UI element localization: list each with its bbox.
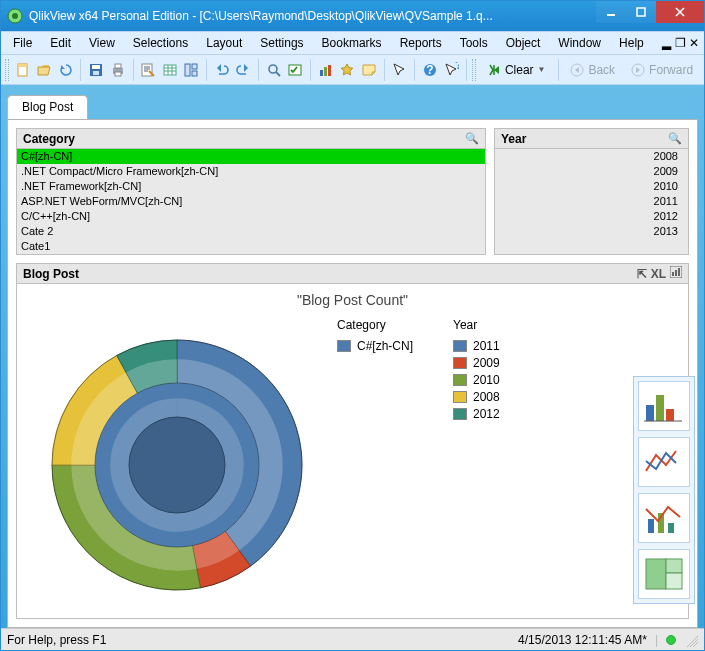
search-icon[interactable]: 🔍 bbox=[668, 132, 682, 145]
sheet-tab-blog-post[interactable]: Blog Post bbox=[7, 95, 88, 119]
svg-text:?: ? bbox=[426, 63, 433, 77]
maximize-button[interactable] bbox=[626, 1, 656, 23]
mdi-restore-button[interactable]: ❐ bbox=[674, 37, 686, 49]
context-help-button[interactable]: ? bbox=[442, 59, 462, 81]
notes-button[interactable] bbox=[359, 59, 379, 81]
mdi-close-button[interactable]: ✕ bbox=[688, 37, 700, 49]
fast-change-icon[interactable] bbox=[670, 266, 682, 281]
menu-settings[interactable]: Settings bbox=[252, 33, 311, 53]
list-item[interactable]: 2011 bbox=[495, 194, 688, 209]
toolbar-grip-icon[interactable] bbox=[472, 59, 476, 81]
bar-chart-button[interactable] bbox=[638, 381, 690, 431]
menu-reports[interactable]: Reports bbox=[392, 33, 450, 53]
sheet-tab-row: Blog Post bbox=[7, 93, 698, 119]
combo-chart-button[interactable] bbox=[638, 493, 690, 543]
legend-item[interactable]: 2012 bbox=[453, 406, 500, 422]
listbox-header[interactable]: Category 🔍 bbox=[17, 129, 485, 149]
menu-layout[interactable]: Layout bbox=[198, 33, 250, 53]
detach-icon[interactable]: ⇱ bbox=[637, 267, 647, 281]
svg-rect-24 bbox=[328, 65, 331, 76]
resize-grip-icon[interactable] bbox=[684, 633, 698, 647]
chart-wizard-palette[interactable] bbox=[633, 376, 695, 604]
status-help-text: For Help, press F1 bbox=[7, 633, 106, 647]
listbox-category[interactable]: Category 🔍 C#[zh-CN] .NET Compact/Micro … bbox=[16, 128, 486, 255]
svg-rect-12 bbox=[115, 64, 121, 68]
chart-header[interactable]: Blog Post ⇱ XL bbox=[17, 264, 688, 284]
legend-item[interactable]: 2008 bbox=[453, 389, 500, 405]
menu-help[interactable]: Help bbox=[611, 33, 652, 53]
menu-file[interactable]: File bbox=[5, 33, 40, 53]
help-button[interactable]: ? bbox=[420, 59, 440, 81]
list-item[interactable]: .NET Framework[zh-CN] bbox=[17, 179, 485, 194]
list-item[interactable]: Cate1 bbox=[17, 239, 485, 254]
list-item[interactable]: 2012 bbox=[495, 209, 688, 224]
line-chart-button[interactable] bbox=[638, 437, 690, 487]
add-bookmark-button[interactable] bbox=[338, 59, 358, 81]
quick-chart-button[interactable] bbox=[316, 59, 336, 81]
legend-year: Year 20112009201020082012 bbox=[453, 318, 500, 423]
list-item[interactable]: 2008 bbox=[495, 149, 688, 164]
menu-bookmarks[interactable]: Bookmarks bbox=[314, 33, 390, 53]
legend-label: 2012 bbox=[473, 407, 500, 421]
list-item[interactable]: 2010 bbox=[495, 179, 688, 194]
listbox-header[interactable]: Year 🔍 bbox=[495, 129, 688, 149]
listbox-year[interactable]: Year 🔍 2008 2009 2010 2011 2012 2013 bbox=[494, 128, 689, 255]
forward-button[interactable]: Forward bbox=[624, 59, 700, 81]
toolbar-grip-icon[interactable] bbox=[5, 59, 9, 81]
svg-rect-10 bbox=[93, 71, 99, 75]
list-item[interactable]: 2009 bbox=[495, 164, 688, 179]
redo-button[interactable] bbox=[234, 59, 254, 81]
table-viewer-button[interactable] bbox=[160, 59, 180, 81]
current-selections-button[interactable] bbox=[286, 59, 306, 81]
search-button[interactable] bbox=[264, 59, 284, 81]
save-button[interactable] bbox=[86, 59, 106, 81]
menu-edit[interactable]: Edit bbox=[42, 33, 79, 53]
svg-rect-44 bbox=[666, 559, 682, 573]
close-button[interactable] bbox=[656, 1, 704, 23]
svg-rect-42 bbox=[668, 523, 674, 533]
list-item[interactable]: .NET Compact/Micro Framework[zh-CN] bbox=[17, 164, 485, 179]
donut-chart[interactable] bbox=[17, 312, 337, 618]
search-icon[interactable]: 🔍 bbox=[465, 132, 479, 145]
menu-tools[interactable]: Tools bbox=[452, 33, 496, 53]
toolbar-separator bbox=[384, 59, 385, 81]
toolbar-separator bbox=[558, 59, 559, 81]
legend-item[interactable]: 2011 bbox=[453, 338, 500, 354]
print-button[interactable] bbox=[108, 59, 128, 81]
mdi-minimize-button[interactable]: ▂ bbox=[660, 37, 672, 49]
legend-label: 2009 bbox=[473, 356, 500, 370]
menu-object[interactable]: Object bbox=[498, 33, 549, 53]
menu-window[interactable]: Window bbox=[550, 33, 609, 53]
reload-button[interactable] bbox=[56, 59, 76, 81]
toolbar-separator bbox=[80, 59, 81, 81]
status-datetime: 4/15/2013 12:11:45 AM* bbox=[518, 633, 647, 647]
list-item[interactable]: C#[zh-CN] bbox=[17, 149, 485, 164]
legend-swatch bbox=[453, 340, 467, 352]
app-window: QlikView x64 Personal Edition - [C:\User… bbox=[0, 0, 705, 651]
legend-item[interactable]: C#[zh-CN] bbox=[337, 338, 413, 354]
legend-item[interactable]: 2010 bbox=[453, 372, 500, 388]
undo-button[interactable] bbox=[212, 59, 232, 81]
edit-script-button[interactable] bbox=[138, 59, 158, 81]
list-item[interactable]: ASP.NET WebForm/MVC[zh-CN] bbox=[17, 194, 485, 209]
menu-view[interactable]: View bbox=[81, 33, 123, 53]
back-button[interactable]: Back bbox=[563, 59, 622, 81]
new-file-button[interactable] bbox=[13, 59, 33, 81]
list-item[interactable]: C/C++[zh-CN] bbox=[17, 209, 485, 224]
list-item[interactable]: Cate 2 bbox=[17, 224, 485, 239]
list-item[interactable]: 2013 bbox=[495, 224, 688, 239]
app-icon bbox=[7, 8, 23, 24]
block-chart-button[interactable] bbox=[638, 549, 690, 599]
clear-button[interactable]: Clear ▼ bbox=[480, 59, 553, 81]
legend-item[interactable]: 2009 bbox=[453, 355, 500, 371]
export-excel-button[interactable]: XL bbox=[651, 267, 666, 281]
menu-selections[interactable]: Selections bbox=[125, 33, 196, 53]
listbox-title: Year bbox=[501, 132, 526, 146]
layout-button[interactable] bbox=[182, 59, 202, 81]
select-tool-button[interactable] bbox=[390, 59, 410, 81]
open-file-button[interactable] bbox=[34, 59, 54, 81]
chart-object[interactable]: Blog Post ⇱ XL "Blog Post Count" bbox=[16, 263, 689, 619]
minimize-button[interactable] bbox=[596, 1, 626, 23]
donut-hole bbox=[129, 417, 225, 513]
window-controls bbox=[596, 1, 704, 31]
